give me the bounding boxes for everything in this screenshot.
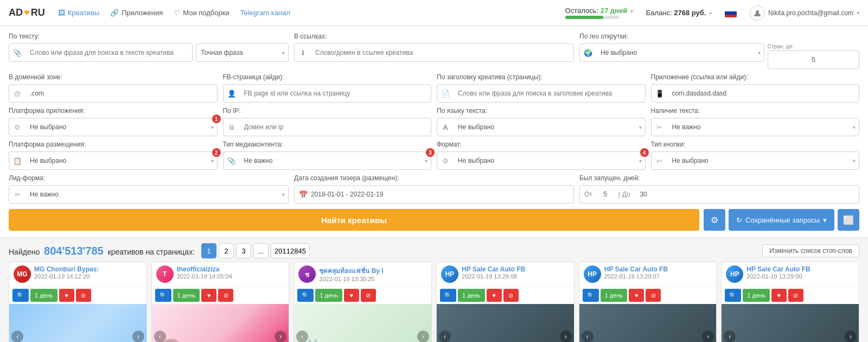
by-geo-country-input[interactable] <box>768 51 859 68</box>
card-next-button[interactable]: › <box>417 331 429 342</box>
card-time: 2022-01-19 13:29:08 <box>462 273 570 280</box>
card-days-button[interactable]: 1 день <box>315 289 342 302</box>
card-days-button[interactable]: 1 день <box>743 289 770 302</box>
user-menu[interactable]: Nikita.pro.pochta@gmail.com ▾ <box>750 5 859 21</box>
card-header: T theofficialziza 2022-01-19 14:05:04 <box>152 262 289 286</box>
card-name[interactable]: HP Sale Car Auto FB <box>746 265 854 273</box>
by-platform-select[interactable]: Не выбрано <box>25 118 211 136</box>
card-next-button[interactable]: › <box>702 331 714 342</box>
card-name[interactable]: ชุดคลุมท้องแฟชั่น By I <box>319 265 427 276</box>
by-days-from-input[interactable] <box>595 191 616 198</box>
page-dots-button[interactable]: ... <box>253 243 269 258</box>
by-days-to-input[interactable] <box>633 191 654 198</box>
page-1-button[interactable]: 1 <box>201 243 216 258</box>
card-prev-button[interactable]: ‹ <box>11 331 23 342</box>
card-next-button[interactable]: › <box>132 331 144 342</box>
flag-icon[interactable] <box>725 9 737 17</box>
by-placement-select[interactable]: Не выбрано <box>25 152 211 169</box>
remaining-block[interactable]: Осталось: 27 дней ▾ <box>565 7 633 19</box>
nav-apps[interactable]: 🔗 Приложения <box>110 9 163 17</box>
card-name[interactable]: MG Chonburi Bypas: <box>34 265 142 273</box>
find-creatives-button[interactable]: Найти креативы <box>9 209 699 231</box>
by-text-mode-select[interactable]: Точная фраза Любое слово Все слова <box>196 44 282 61</box>
card-prev-button[interactable]: ‹ <box>582 331 593 342</box>
by-domain-input[interactable] <box>25 85 217 102</box>
refresh-icon: ↻ <box>736 216 742 224</box>
card-prev-button[interactable]: ‹ <box>439 331 451 342</box>
card-block-button[interactable]: ⊘ <box>646 289 661 302</box>
balance-display[interactable]: Баланс: 2768 руб. ▾ <box>646 9 712 17</box>
settings-button[interactable]: ⚙ <box>704 209 725 231</box>
by-media-select[interactable]: Не важно <box>240 152 425 169</box>
card-heart-button[interactable]: ♥ <box>59 289 74 302</box>
card-search-button[interactable]: 🔍 <box>12 289 29 302</box>
card-search-button[interactable]: 🔍 <box>725 289 741 302</box>
by-date-input[interactable] <box>311 191 569 198</box>
by-geo-select[interactable]: Не выбрано <box>596 44 758 61</box>
card-block-button[interactable]: ⊘ <box>218 289 233 302</box>
by-header-input[interactable] <box>454 85 645 102</box>
nav-creatives[interactable]: 🖼 Креативы <box>58 9 99 17</box>
nav-collections[interactable]: ♡ Мои подборки <box>174 9 229 17</box>
card-actions: 🔍 1 день ♥ ⊘ <box>722 286 859 304</box>
saved-queries-button[interactable]: ↻ Сохранённые запросы ▾ <box>729 209 834 231</box>
card-days-button[interactable]: 1 день <box>30 289 58 302</box>
card-name[interactable]: HP Sale Car Auto FB <box>462 265 570 273</box>
by-button-select[interactable]: Не выбрано <box>668 152 853 169</box>
card-block-button[interactable]: ⊘ <box>76 289 91 302</box>
by-placement-field: Платформа размещения: 📋 Не выбрано ▾ 2 <box>9 141 218 170</box>
by-lang-select[interactable]: Не выбрано <box>454 118 639 136</box>
page-last-button[interactable]: 20112845 <box>271 243 310 258</box>
by-text-presence-select[interactable]: Не важно <box>668 118 853 136</box>
platform-badge: 1 <box>212 115 221 123</box>
by-days-label: Был запущен, дней: <box>579 174 859 182</box>
chevron-down-icon: ▾ <box>639 124 642 130</box>
by-lang-label: По языку текста: <box>437 107 646 115</box>
card-prev-button[interactable]: ‹ <box>154 331 166 342</box>
by-header-field: По заголовку креатива (страницы): 📄 <box>437 73 646 103</box>
card-heart-button[interactable]: ♥ <box>344 289 359 302</box>
card-block-button[interactable]: ⊘ <box>788 289 803 302</box>
card-search-button[interactable]: 🔍 <box>155 289 171 302</box>
card-avatar: HP <box>726 265 743 283</box>
card-days-button[interactable]: 1 день <box>601 289 628 302</box>
card-search-button[interactable]: 🔍 <box>440 289 456 302</box>
card-heart-button[interactable]: ♥ <box>771 289 787 302</box>
card-block-button[interactable]: ⊘ <box>361 289 376 302</box>
by-lang-select-wrap: A Не выбрано ▾ <box>437 118 646 136</box>
card-search-button[interactable]: 🔍 <box>583 289 599 302</box>
card-heart-button[interactable]: ♥ <box>201 289 216 302</box>
search-icon: 🔍 <box>587 292 595 299</box>
by-text-input-wrap: 📎 <box>9 43 193 62</box>
card-next-button[interactable]: › <box>560 331 572 342</box>
by-fb-input[interactable] <box>240 85 431 102</box>
card-next-button[interactable]: › <box>845 331 857 342</box>
card-days-button[interactable]: 1 день <box>458 289 485 302</box>
by-lead-select[interactable]: Не важно <box>25 186 282 203</box>
card-heart-button[interactable]: ♥ <box>629 289 644 302</box>
card-heart-button[interactable]: ♥ <box>487 289 502 302</box>
by-ip-input[interactable] <box>240 118 431 136</box>
by-text-input[interactable] <box>25 44 192 61</box>
card-actions: 🔍 1 день ♥ ⊘ <box>437 286 574 304</box>
by-format-select[interactable]: Не выбрано <box>454 152 639 169</box>
card-name[interactable]: HP Sale Car Auto FB <box>604 265 712 273</box>
page-3-button[interactable]: 3 <box>236 243 251 258</box>
card-name[interactable]: theofficialziza <box>177 265 285 273</box>
card-next-button[interactable]: › <box>275 331 286 342</box>
stop-words-button[interactable]: Изменить список стоп-слов <box>762 244 859 257</box>
export-button[interactable]: ⬜ <box>838 209 859 231</box>
media-badge: 3 <box>426 148 435 157</box>
search-area: По тексту: 📎 Точная фраза Любое слово Вс… <box>0 26 868 238</box>
page-2-button[interactable]: 2 <box>219 243 234 258</box>
by-url-input[interactable] <box>311 44 573 61</box>
card-prev-button[interactable]: ‹ <box>724 331 736 342</box>
card-prev-button[interactable]: ‹ <box>296 331 308 342</box>
by-app-input[interactable] <box>668 85 859 102</box>
by-domain-label: В доменной зоне: <box>9 73 218 81</box>
card-search-button[interactable]: 🔍 <box>297 289 314 302</box>
card-block-button[interactable]: ⊘ <box>503 289 519 302</box>
nav-telegram[interactable]: Telegram канал <box>240 9 290 17</box>
card-days-button[interactable]: 1 день <box>173 289 200 302</box>
logo[interactable]: AD♥RU <box>9 7 45 18</box>
